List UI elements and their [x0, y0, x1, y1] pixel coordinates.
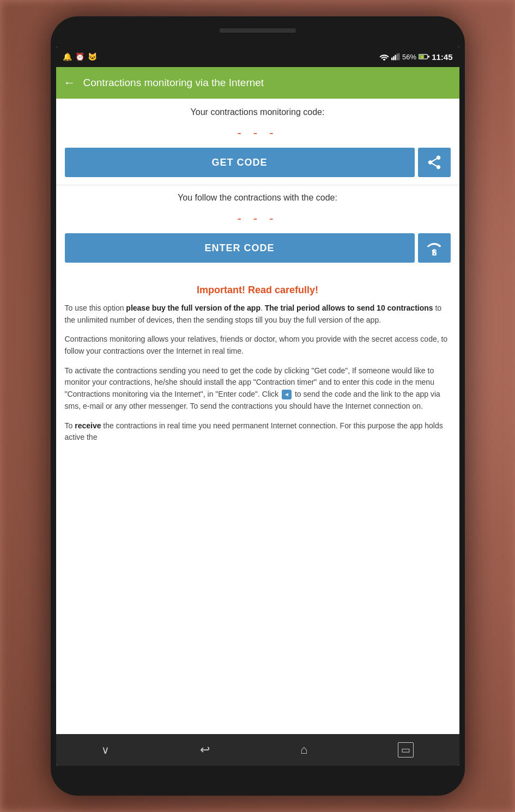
nav-home-button[interactable]: ⌂	[289, 738, 318, 761]
get-code-row: GET CODE	[65, 148, 451, 177]
para1-bold1: please buy the full version of the app	[126, 304, 260, 312]
get-code-button[interactable]: GET CODE	[65, 148, 415, 177]
phone-screen: 🔔 ⏰ 🐱 56%	[56, 46, 459, 766]
share-icon	[426, 154, 443, 171]
back-icon: ↩	[200, 743, 210, 757]
nav-bar: ∨ ↩ ⌂ ▭	[56, 734, 459, 766]
alarm-icon: ⏰	[75, 52, 84, 61]
battery-icon: ⚡	[419, 53, 429, 60]
status-time: 11:45	[432, 52, 452, 62]
monitoring-code-section: Your contractions monitoring code: - - -…	[56, 99, 459, 185]
enter-code-section: You follow the contractions with the cod…	[56, 185, 459, 270]
svg-rect-4	[398, 53, 399, 60]
svg-point-10	[433, 253, 435, 254]
status-right: 56% ⚡ 11:45	[379, 52, 452, 62]
svg-rect-7	[428, 56, 430, 57]
important-title: Important! Read carefully!	[65, 284, 451, 296]
important-section: Important! Read carefully!	[56, 270, 459, 302]
enter-code-button[interactable]: ENTER CODE	[65, 233, 415, 263]
svg-rect-2	[395, 55, 396, 60]
para1-mid: .	[260, 304, 265, 312]
status-bar: 🔔 ⏰ 🐱 56%	[56, 46, 459, 67]
svg-rect-3	[397, 53, 398, 60]
wifi-lock-icon	[426, 240, 443, 256]
inline-share-icon	[282, 390, 292, 399]
notification-icon: 🔔	[63, 52, 72, 61]
svg-rect-1	[393, 56, 394, 60]
para1-plain: To use this option	[65, 304, 126, 312]
phone-frame: 🔔 ⏰ 🐱 56%	[51, 16, 465, 796]
back-button[interactable]: ←	[64, 76, 76, 90]
chevron-down-icon: ∨	[101, 743, 110, 756]
home-icon: ⌂	[300, 743, 307, 757]
paragraph-1: To use this option please buy the full v…	[56, 302, 459, 326]
svg-rect-0	[391, 58, 392, 60]
wifi-lock-button[interactable]	[418, 233, 451, 263]
share-button[interactable]	[418, 148, 451, 177]
enter-code-row: ENTER CODE	[65, 233, 451, 263]
recent-icon: ▭	[398, 742, 414, 758]
enter-code-label: You follow the contractions with the cod…	[178, 193, 337, 203]
wifi-icon	[379, 53, 389, 60]
battery-percentage: 56%	[402, 53, 416, 61]
para4-bold: receive	[75, 421, 101, 430]
paragraph-4: To receive the contractions in real time…	[56, 420, 459, 444]
cat-icon: 🐱	[88, 52, 97, 61]
paragraph-2: Contractions monitoring allows your rela…	[56, 334, 459, 357]
monitoring-code-label: Your contractions monitoring code:	[191, 107, 325, 117]
enter-code-placeholder: - - -	[237, 211, 277, 226]
app-bar: ← Contractions monitoring via the Intern…	[56, 67, 459, 99]
status-left-icons: 🔔 ⏰ 🐱	[63, 52, 97, 61]
signal-icon	[391, 53, 400, 60]
phone-speaker	[220, 28, 296, 33]
svg-text:⚡: ⚡	[420, 55, 425, 59]
nav-back-button[interactable]: ↩	[189, 738, 221, 761]
para1-bold2: The trial period allows to send 10 contr…	[265, 304, 433, 312]
paragraph-3: To activate the contractions sending you…	[56, 365, 459, 413]
para4-end: the contractions in real time you need p…	[65, 421, 443, 442]
monitoring-code-placeholder: - - -	[237, 126, 277, 140]
main-content: Your contractions monitoring code: - - -…	[56, 99, 459, 734]
app-bar-title: Contractions monitoring via the Internet	[83, 77, 264, 89]
para4-start: To	[65, 421, 75, 430]
nav-chevron-down-button[interactable]: ∨	[90, 739, 120, 761]
nav-recent-button[interactable]: ▭	[387, 738, 425, 762]
